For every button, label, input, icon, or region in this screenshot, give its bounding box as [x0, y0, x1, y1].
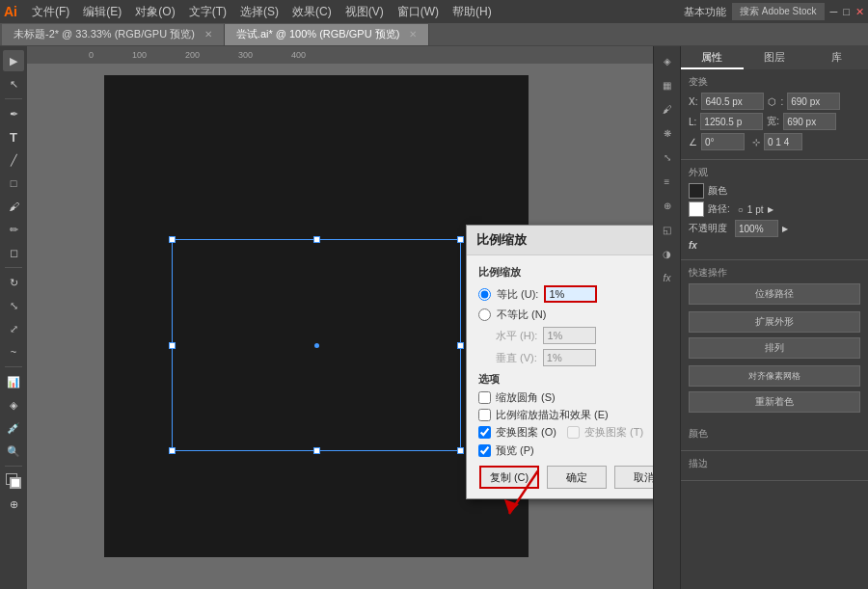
tool-graph[interactable]: 📊: [3, 371, 24, 392]
uniform-radio[interactable]: [478, 288, 491, 301]
stroke-swatch[interactable]: [689, 201, 704, 217]
menu-select[interactable]: 选择(S): [233, 2, 285, 22]
sidebar-symbols-icon[interactable]: ❋: [657, 122, 678, 144]
handle-tm[interactable]: [313, 236, 320, 243]
tool-pen[interactable]: ✒: [3, 103, 24, 124]
menu-help[interactable]: 帮助(H): [446, 2, 499, 22]
transform-angle-row: ∠ ⊹: [689, 133, 860, 150]
tool-select[interactable]: ▶: [3, 50, 24, 71]
sidebar-swatches-icon[interactable]: ▦: [657, 74, 678, 95]
tool-paintbrush[interactable]: 🖌: [3, 196, 24, 217]
handle-bm[interactable]: [313, 447, 320, 454]
menu-file[interactable]: 文件(F): [25, 2, 76, 22]
horizontal-input[interactable]: [543, 327, 596, 344]
tool-scale[interactable]: ⤡: [3, 295, 24, 316]
angle-input[interactable]: [701, 133, 745, 150]
handle-ml[interactable]: [169, 342, 176, 349]
tool-warp[interactable]: ~: [3, 341, 24, 362]
tab-close-test[interactable]: ✕: [409, 29, 417, 40]
menu-window[interactable]: 窗口(W): [391, 2, 446, 22]
menu-effect[interactable]: 效果(C): [285, 2, 339, 22]
align-pixel-btn[interactable]: 对齐像素网格: [689, 365, 860, 387]
tool-line[interactable]: ╱: [3, 149, 24, 171]
tool-draw-modes[interactable]: ⊕: [3, 494, 24, 515]
tab-properties[interactable]: 属性: [681, 46, 744, 69]
sidebar-fx-icon[interactable]: fx: [657, 267, 678, 288]
tool-pencil[interactable]: ✏: [3, 219, 24, 240]
expand-btn[interactable]: 扩展外形: [689, 311, 860, 333]
tool-type[interactable]: T: [3, 126, 24, 147]
handle-br[interactable]: [457, 447, 464, 454]
menu-object[interactable]: 对象(O): [128, 2, 181, 22]
tab-close-untitled[interactable]: ✕: [204, 29, 212, 40]
tool-rotate[interactable]: ↻: [3, 272, 24, 293]
copy-button[interactable]: 复制 (C): [479, 466, 539, 489]
scale-stroke-label[interactable]: 比例缩放描边和效果 (E): [496, 408, 609, 422]
handle-tr[interactable]: [457, 236, 464, 243]
tab-untitled[interactable]: 未标题-2* @ 33.33% (RGB/GPU 预览) ✕: [2, 24, 225, 45]
handle-tl[interactable]: [169, 236, 176, 243]
tool-zoom[interactable]: 🔍: [3, 441, 24, 462]
angle-icon: ∠: [689, 137, 697, 147]
ok-button[interactable]: 确定: [547, 466, 607, 489]
sidebar-opacity-icon[interactable]: ◑: [657, 243, 678, 264]
transform-xy-row: X: ⬡ :: [689, 93, 860, 110]
menu-type[interactable]: 文字(T): [182, 2, 233, 22]
tool-blend[interactable]: ◈: [3, 394, 24, 415]
non-uniform-radio[interactable]: [478, 308, 491, 321]
handle-bl[interactable]: [169, 447, 176, 454]
tab-libraries[interactable]: 库: [805, 46, 868, 69]
transform-objects-checkbox[interactable]: [567, 426, 580, 439]
maximize-btn[interactable]: □: [843, 6, 850, 17]
y-input[interactable]: [787, 93, 840, 110]
uniform-label[interactable]: 等比 (U):: [497, 287, 538, 302]
canvas-area[interactable]: 0 100 200 300 400 比例缩放: [27, 46, 653, 589]
workspace-selector[interactable]: 基本功能: [684, 5, 726, 19]
handle-mr[interactable]: [457, 342, 464, 349]
cancel-button[interactable]: 取消: [614, 466, 653, 489]
opacity-input[interactable]: [735, 220, 778, 237]
w-input[interactable]: [700, 113, 763, 130]
tool-eyedropper[interactable]: 💉: [3, 417, 24, 439]
scale-stroke-checkbox[interactable]: [478, 409, 491, 421]
tool-eraser[interactable]: ◻: [3, 242, 24, 263]
minimize-btn[interactable]: ─: [830, 6, 838, 17]
transform-patterns-label[interactable]: 变换图案 (O): [496, 425, 556, 440]
recolor-btn[interactable]: 重新着色: [689, 391, 860, 413]
fill-color[interactable]: [3, 470, 24, 492]
sidebar-pathfinder-icon[interactable]: ⊕: [657, 195, 678, 216]
app-logo: Ai: [4, 4, 17, 19]
sidebar-appearance-icon[interactable]: ◈: [657, 50, 678, 71]
transform-patterns-checkbox[interactable]: [478, 426, 491, 439]
sidebar-trace-icon[interactable]: ◱: [657, 219, 678, 240]
transform-wh-row: L: 宽:: [689, 113, 860, 130]
transform-patterns-row: 变换图案 (O) 变换图案 (T): [478, 425, 653, 440]
menu-edit[interactable]: 编辑(E): [76, 2, 128, 22]
preview-label[interactable]: 预览 (P): [496, 443, 534, 458]
x-input[interactable]: [701, 93, 764, 110]
tab-layers[interactable]: 图层: [744, 46, 806, 69]
menu-view[interactable]: 视图(V): [339, 2, 391, 22]
tab-test[interactable]: 尝试.ai* @ 100% (RGB/GPU 预览) ✕: [225, 24, 429, 45]
dialog-title: 比例缩放: [467, 226, 653, 255]
tool-rect[interactable]: □: [3, 173, 24, 194]
scale-dialog[interactable]: 比例缩放 比例缩放 等比 (U): 不等比 (N): [466, 225, 653, 499]
shear-input[interactable]: [764, 133, 802, 150]
fill-swatch[interactable]: [689, 183, 704, 199]
sidebar-transform-icon[interactable]: ⤡: [657, 147, 678, 168]
scale-corners-label[interactable]: 缩放圆角 (S): [496, 390, 556, 405]
close-btn[interactable]: ✕: [855, 6, 864, 18]
vertical-input[interactable]: [543, 349, 596, 366]
h-input[interactable]: [783, 113, 836, 130]
scale-corners-checkbox[interactable]: [478, 391, 491, 404]
sidebar-brushes-icon[interactable]: 🖌: [657, 98, 678, 120]
sidebar-align-icon[interactable]: ≡: [657, 171, 678, 192]
arrange-btn[interactable]: 排列: [689, 337, 860, 359]
offset-path-btn[interactable]: 位移路径: [689, 283, 860, 305]
search-stock[interactable]: 搜索 Adobe Stock: [732, 3, 824, 20]
preview-checkbox[interactable]: [478, 444, 491, 457]
tool-direct-select[interactable]: ↖: [3, 73, 24, 94]
tool-width[interactable]: ⤢: [3, 318, 24, 339]
non-uniform-label[interactable]: 不等比 (N): [497, 308, 546, 322]
uniform-input[interactable]: [544, 285, 597, 303]
